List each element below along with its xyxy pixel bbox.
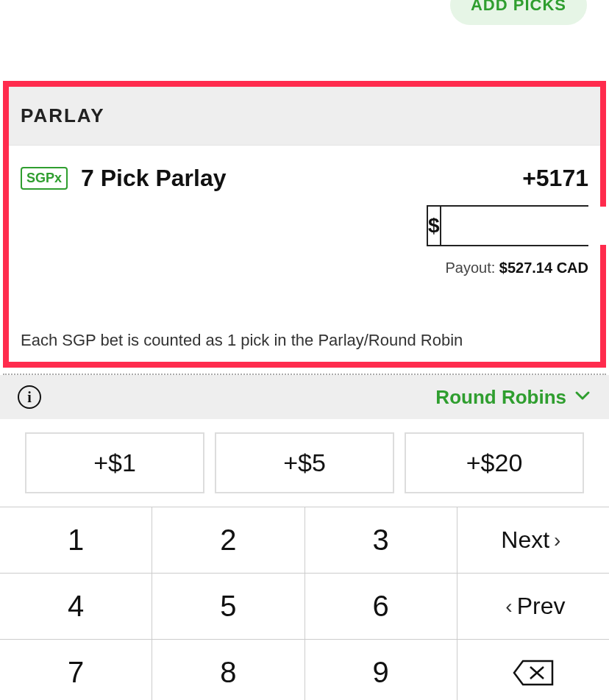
quick-add-5[interactable]: +$5 — [215, 432, 394, 493]
chevron-right-icon: › — [554, 529, 560, 552]
key-1[interactable]: 1 — [0, 507, 152, 574]
add-picks-button[interactable]: ADD PICKS — [450, 0, 587, 25]
backspace-icon — [513, 660, 554, 686]
round-robins-label: Round Robins — [435, 386, 566, 409]
parlay-title: 7 Pick Parlay — [81, 165, 522, 192]
parlay-odds: +5171 — [522, 165, 588, 192]
key-3[interactable]: 3 — [305, 507, 457, 574]
sgp-note: Each SGP bet is counted as 1 pick in the… — [9, 331, 600, 362]
quick-add-20[interactable]: +$20 — [405, 432, 584, 493]
key-8[interactable]: 8 — [152, 640, 304, 700]
key-prev[interactable]: ‹Prev — [457, 574, 609, 640]
info-icon[interactable]: i — [18, 385, 41, 409]
key-7[interactable]: 7 — [0, 640, 152, 700]
key-4[interactable]: 4 — [0, 574, 152, 640]
keypad: 1 2 3 Next› 4 5 6 ‹Prev 7 8 9 — [0, 507, 609, 700]
round-robins-bar[interactable]: i Round Robins — [0, 375, 609, 419]
currency-symbol: $ — [428, 207, 441, 245]
parlay-header: PARLAY — [9, 87, 600, 146]
sgpx-badge: SGPx — [21, 167, 68, 190]
wager-input-group[interactable]: $ — [427, 205, 588, 246]
parlay-card: PARLAY SGPx 7 Pick Parlay +5171 $ Payout… — [3, 81, 606, 368]
key-6[interactable]: 6 — [305, 574, 457, 640]
key-9[interactable]: 9 — [305, 640, 457, 700]
key-next[interactable]: Next› — [457, 507, 609, 574]
quick-add-1[interactable]: +$1 — [25, 432, 204, 493]
key-backspace[interactable] — [457, 640, 609, 700]
chevron-left-icon: ‹ — [505, 595, 512, 618]
key-2[interactable]: 2 — [152, 507, 304, 574]
chevron-down-icon — [574, 387, 591, 407]
parlay-header-label: PARLAY — [21, 104, 105, 126]
key-5[interactable]: 5 — [152, 574, 304, 640]
payout-label: Payout: — [445, 260, 495, 276]
payout-value: $527.14 CAD — [499, 260, 588, 276]
add-picks-label: ADD PICKS — [471, 0, 566, 14]
wager-amount-input[interactable] — [441, 207, 609, 245]
